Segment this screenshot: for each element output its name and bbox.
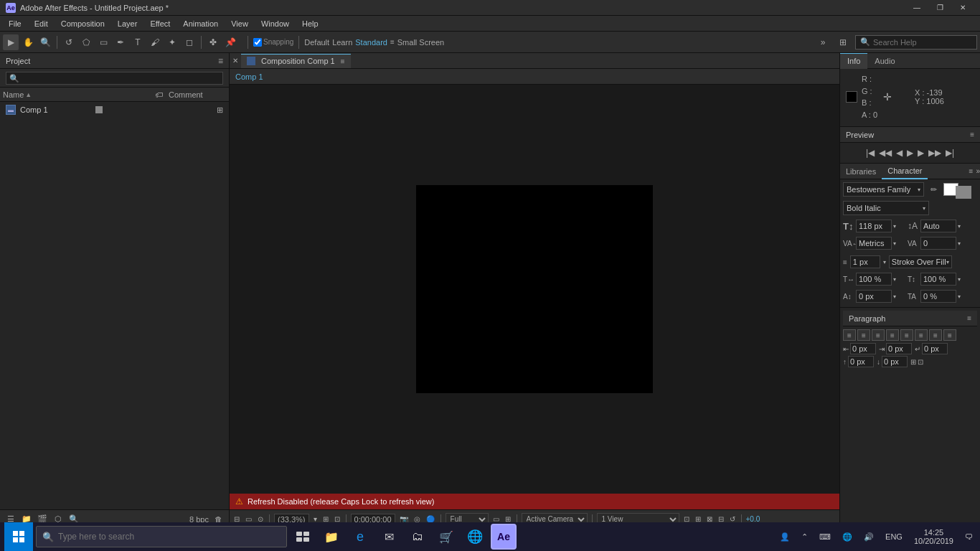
- tool-hand[interactable]: ✋: [20, 34, 36, 50]
- prev-btn-first[interactable]: |◀: [866, 148, 875, 158]
- workspace-standard[interactable]: Standard: [355, 38, 387, 47]
- prev-btn-back[interactable]: ◀◀: [879, 148, 892, 158]
- menu-animation[interactable]: Animation: [177, 18, 224, 29]
- taskbar-edge[interactable]: e: [347, 522, 373, 551]
- para-indent-right-value[interactable]: 0 px: [886, 343, 912, 354]
- taskbar-task-view[interactable]: [290, 522, 316, 551]
- project-search-input[interactable]: [6, 72, 223, 85]
- char-tab-menu[interactable]: ≡: [969, 167, 974, 175]
- para-justify-left[interactable]: ≡: [886, 329, 899, 341]
- menu-window[interactable]: Window: [255, 18, 295, 29]
- font-style-select[interactable]: Bold Italic ▾: [843, 201, 929, 215]
- tsume-value[interactable]: 0 %: [920, 290, 956, 303]
- tool-unified[interactable]: ⬠: [78, 34, 94, 50]
- restore-button[interactable]: ❐: [928, 0, 951, 16]
- toolbar-viewer-toggle[interactable]: ⊞: [835, 34, 851, 50]
- leading-value[interactable]: Auto: [920, 220, 956, 232]
- tool-brush[interactable]: 🖌: [147, 34, 163, 50]
- comp-tab-active[interactable]: Composition Comp 1 ≡: [241, 54, 351, 68]
- para-justify-right[interactable]: ≡: [915, 329, 928, 341]
- font-family-select[interactable]: Bestowens Family ▾: [843, 182, 924, 197]
- tool-puppet[interactable]: ✤: [205, 34, 221, 50]
- tool-stamp[interactable]: ✦: [164, 34, 180, 50]
- kerning-value[interactable]: Metrics: [856, 237, 892, 250]
- tab-libraries[interactable]: Libraries: [840, 164, 882, 179]
- menu-help[interactable]: Help: [296, 18, 324, 29]
- para-space-after-value[interactable]: 0 px: [882, 356, 908, 367]
- project-item-comp1[interactable]: ▬ Comp 1 ⊞: [0, 102, 229, 118]
- para-space-before-value[interactable]: 0 px: [848, 356, 874, 367]
- sys-tray-volume[interactable]: 🔊: [861, 522, 877, 551]
- para-justify-all[interactable]: ≡: [929, 329, 942, 341]
- project-panel-menu[interactable]: ≡: [218, 56, 223, 66]
- taskbar-chrome[interactable]: 🌐: [462, 522, 488, 551]
- prev-btn-last[interactable]: ▶|: [946, 148, 954, 158]
- comp-tab-menu[interactable]: ≡: [341, 57, 345, 65]
- taskbar-store[interactable]: 🛒: [433, 522, 459, 551]
- sys-tray-chevron[interactable]: ⌃: [798, 522, 811, 551]
- workspace-learn[interactable]: Learn: [332, 38, 352, 47]
- font-size-value[interactable]: 118 px: [856, 220, 892, 232]
- taskbar-file-explorer[interactable]: 📁: [319, 522, 344, 551]
- tab-character[interactable]: Character: [882, 164, 928, 179]
- preview-menu[interactable]: ≡: [970, 131, 974, 138]
- menu-composition[interactable]: Composition: [55, 18, 110, 29]
- menu-file[interactable]: File: [3, 18, 27, 29]
- v-scale-value[interactable]: 100 %: [920, 273, 956, 286]
- workspace-small[interactable]: Small Screen: [397, 38, 444, 47]
- menu-edit[interactable]: Edit: [29, 18, 54, 29]
- tool-pin[interactable]: 📌: [222, 34, 238, 50]
- prev-btn-next-frame[interactable]: ▶: [918, 148, 924, 158]
- snapping-checkbox[interactable]: [253, 38, 262, 47]
- tool-rect[interactable]: ▭: [95, 34, 111, 50]
- menu-effect[interactable]: Effect: [144, 18, 176, 29]
- para-justify-center[interactable]: ≡: [900, 329, 913, 341]
- tool-select[interactable]: ▶: [3, 34, 19, 50]
- sys-tray-lang[interactable]: ENG: [882, 522, 905, 551]
- tool-pen[interactable]: ✒: [113, 34, 128, 50]
- stroke-color-swatch[interactable]: [956, 186, 971, 199]
- taskbar-search-input[interactable]: [58, 532, 266, 542]
- tool-text[interactable]: T: [130, 34, 146, 50]
- tab-audio[interactable]: Audio: [867, 53, 902, 69]
- stroke-type-select[interactable]: Stroke Over Fill▾: [889, 255, 952, 268]
- menu-view[interactable]: View: [225, 18, 254, 29]
- tab-info[interactable]: Info: [840, 53, 867, 69]
- prev-btn-play[interactable]: ▶: [907, 148, 913, 158]
- minimize-button[interactable]: —: [905, 0, 928, 16]
- para-indent-first-value[interactable]: 0 px: [922, 343, 948, 354]
- para-indent-left-value[interactable]: 0 px: [850, 343, 876, 354]
- para-align-right[interactable]: ≡: [872, 329, 885, 341]
- close-button[interactable]: ✕: [951, 0, 974, 16]
- tool-eraser[interactable]: ◻: [182, 34, 197, 50]
- sys-tray-network[interactable]: 🌐: [839, 522, 855, 551]
- toolbar-expand[interactable]: »: [815, 34, 831, 50]
- para-align-left[interactable]: ≡: [843, 329, 856, 341]
- para-menu[interactable]: ≡: [967, 314, 971, 322]
- baseline-value[interactable]: 0 px: [856, 290, 892, 303]
- start-button[interactable]: [4, 522, 33, 551]
- workspace-default[interactable]: Default: [304, 38, 329, 47]
- taskbar-ae-icon[interactable]: Ae: [491, 524, 517, 550]
- prev-btn-fwd[interactable]: ▶▶: [928, 148, 941, 158]
- sys-tray-notification[interactable]: 🗨: [962, 522, 976, 551]
- close-tab-btn[interactable]: ✕: [232, 57, 238, 65]
- pencil-icon[interactable]: ✏: [927, 182, 941, 197]
- tool-zoom[interactable]: 🔍: [37, 34, 53, 50]
- para-justify-all2[interactable]: ≡: [943, 329, 956, 341]
- sys-tray-keyboard[interactable]: ⌨: [816, 522, 834, 551]
- h-scale-value[interactable]: 100 %: [856, 273, 892, 286]
- stroke-size-value[interactable]: 1 px: [850, 255, 880, 268]
- sys-tray-people[interactable]: 👤: [777, 522, 793, 551]
- taskbar-clock[interactable]: 14:25 10/20/2019: [911, 522, 956, 551]
- search-help-input[interactable]: [873, 38, 966, 47]
- taskbar-office[interactable]: 🗂: [405, 522, 430, 551]
- char-tab-expand[interactable]: »: [976, 167, 980, 175]
- tracking-value[interactable]: 0: [920, 237, 956, 250]
- menu-layer[interactable]: Layer: [112, 18, 143, 29]
- breadcrumb-comp1[interactable]: Comp 1: [235, 72, 263, 81]
- tool-rotate[interactable]: ↺: [61, 34, 77, 50]
- prev-btn-prev-frame[interactable]: ◀: [896, 148, 903, 158]
- para-align-center[interactable]: ≡: [857, 329, 870, 341]
- taskbar-mail[interactable]: ✉: [376, 522, 402, 551]
